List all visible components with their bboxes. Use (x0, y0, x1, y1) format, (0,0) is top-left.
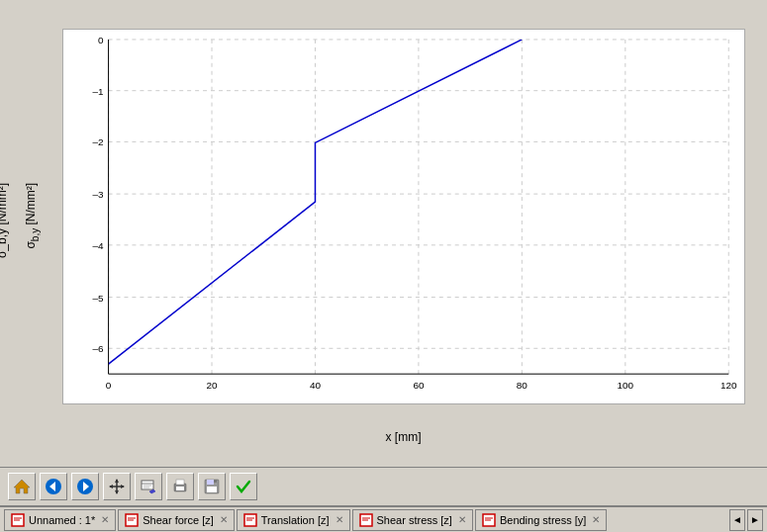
svg-rect-53 (214, 480, 217, 483)
tab-icon-shear-force (125, 513, 139, 527)
y-axis-label-text: σb,y [N/mm²] (24, 183, 40, 249)
tab-close-translation[interactable]: ✕ (336, 514, 343, 525)
tab-close-unnamed[interactable]: ✕ (101, 514, 109, 525)
home-button[interactable] (8, 473, 36, 500)
svg-text:80: 80 (516, 380, 527, 391)
svg-text:40: 40 (309, 380, 321, 391)
tab-label-translation: Translation [z] (261, 514, 330, 526)
svg-text:–6: –6 (92, 343, 104, 354)
tab-scroll-right[interactable]: ► (747, 509, 763, 531)
svg-text:–5: –5 (92, 292, 104, 303)
tab-icon-shear-stress (359, 513, 373, 527)
svg-text:0: 0 (105, 380, 111, 391)
svg-rect-42 (142, 481, 153, 489)
svg-text:60: 60 (413, 380, 425, 391)
svg-marker-41 (121, 485, 125, 488)
chart-plot-area: 0 20 40 60 80 100 120 0 –1 –2 –3 –4 –5 –… (62, 29, 745, 404)
svg-marker-39 (115, 490, 119, 494)
svg-marker-38 (115, 479, 119, 483)
tab-unnamed[interactable]: Unnamed : 1* ✕ (4, 509, 116, 531)
svg-text:–1: –1 (92, 85, 104, 96)
svg-rect-52 (207, 487, 217, 492)
svg-text:–3: –3 (92, 189, 104, 200)
check-button[interactable] (230, 473, 257, 500)
svg-text:100: 100 (617, 380, 633, 391)
tab-bar: Unnamed : 1* ✕ Shear force [z] ✕ Transla… (0, 506, 767, 532)
svg-text:120: 120 (719, 380, 736, 391)
print-button[interactable] (166, 473, 194, 500)
tab-close-shear-stress[interactable]: ✕ (458, 514, 466, 525)
tab-scroll-left[interactable]: ◄ (729, 509, 745, 531)
tab-translation[interactable]: Translation [z] ✕ (237, 509, 350, 531)
chart-area: σ_b,y [N/mm²] (0, 0, 767, 467)
svg-marker-40 (109, 485, 113, 488)
svg-text:–4: –4 (92, 239, 104, 250)
tab-close-shear-force[interactable]: ✕ (220, 514, 228, 525)
tab-icon-unnamed (11, 513, 25, 527)
tab-label-bending-stress: Bending stress [y] (500, 514, 586, 526)
tab-label-shear-force: Shear force [z] (143, 514, 214, 526)
edit-button[interactable] (135, 473, 162, 500)
tab-label-shear-stress: Shear stress [z] (377, 514, 452, 526)
tab-close-bending-stress[interactable]: ✕ (592, 514, 600, 525)
tab-bending-stress[interactable]: Bending stress [y] ✕ (475, 509, 607, 531)
x-axis-label: x [mm] (386, 430, 422, 444)
svg-marker-31 (14, 480, 30, 493)
move-button[interactable] (103, 473, 131, 500)
tab-label-unnamed: Unnamed : 1* (29, 514, 95, 526)
main-container: σ_b,y [N/mm²] (0, 0, 767, 532)
svg-rect-48 (176, 487, 184, 490)
svg-marker-46 (149, 489, 155, 493)
tab-icon-bending-stress (482, 513, 496, 527)
svg-text:20: 20 (206, 380, 218, 391)
save-button[interactable] (198, 473, 226, 500)
tab-shear-stress[interactable]: Shear stress [z] ✕ (352, 509, 473, 531)
svg-rect-49 (176, 480, 184, 485)
chart-svg: 0 20 40 60 80 100 120 0 –1 –2 –3 –4 –5 –… (63, 30, 744, 403)
svg-rect-51 (207, 480, 214, 485)
tab-shear-force[interactable]: Shear force [z] ✕ (118, 509, 235, 531)
toolbar (0, 467, 767, 506)
y-axis-label: σ_b,y [N/mm²] (0, 183, 9, 258)
back-button[interactable] (40, 473, 67, 500)
svg-text:–2: –2 (92, 136, 104, 147)
tab-icon-translation (243, 513, 257, 527)
chart-wrapper: σ_b,y [N/mm²] (18, 24, 750, 449)
forward-button[interactable] (71, 473, 99, 500)
svg-text:0: 0 (98, 34, 104, 44)
